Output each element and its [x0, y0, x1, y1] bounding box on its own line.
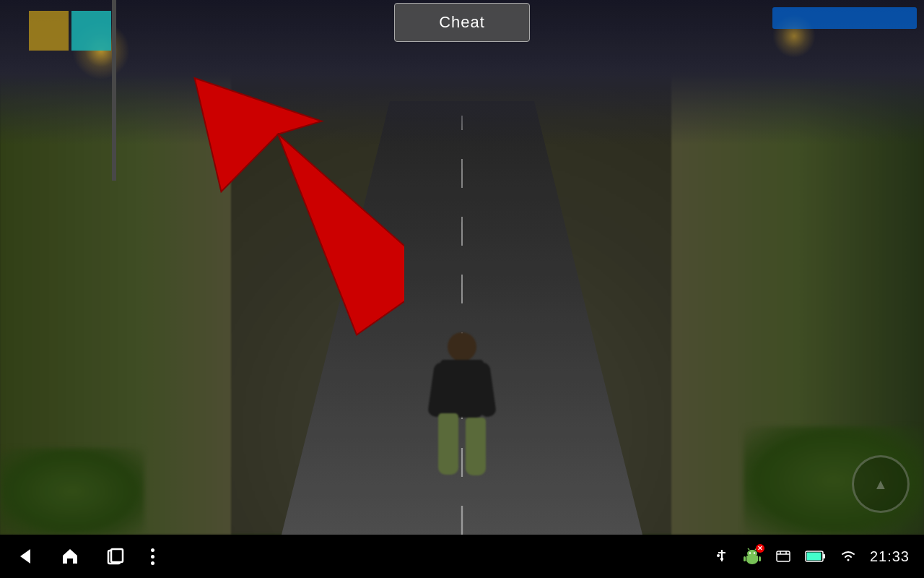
svg-line-13: [748, 548, 749, 550]
cheat-button-label: Cheat: [439, 13, 485, 32]
hud-dpad[interactable]: ▲: [852, 455, 910, 513]
recents-button[interactable]: [105, 546, 126, 566]
nav-left-group: [14, 546, 154, 566]
svg-rect-16: [759, 556, 761, 561]
dot-2: [151, 555, 154, 558]
svg-marker-1: [20, 549, 30, 564]
android-error-badge: ✕: [756, 544, 764, 553]
more-menu-button[interactable]: [151, 548, 154, 565]
svg-point-12: [754, 552, 755, 553]
player-character: [430, 332, 494, 477]
status-bar-right: ✕ 21:33: [714, 547, 910, 566]
red-arrow-annotation: [159, 43, 404, 368]
store-icon: [775, 548, 792, 565]
svg-marker-0: [159, 43, 404, 351]
game-screen: Cheat ▲: [0, 0, 924, 535]
home-button[interactable]: [60, 546, 80, 566]
character-right-leg: [466, 418, 486, 475]
svg-point-6: [717, 554, 720, 557]
svg-rect-3: [111, 549, 123, 562]
dot-3: [151, 561, 154, 565]
dpad-icon: ▲: [873, 476, 888, 493]
dot-1: [151, 548, 154, 552]
svg-rect-7: [720, 558, 723, 560]
svg-rect-23: [823, 554, 825, 558]
status-time: 21:33: [870, 548, 910, 565]
android-nav-bar: ✕ 21:33: [0, 535, 924, 578]
usb-icon: [714, 548, 730, 564]
svg-rect-15: [744, 556, 746, 561]
back-button[interactable]: [14, 546, 35, 566]
svg-point-10: [747, 550, 757, 557]
cheat-button[interactable]: Cheat: [394, 3, 530, 42]
wifi-icon: [840, 550, 857, 563]
battery-icon: [805, 549, 827, 564]
dpad-circle[interactable]: ▲: [852, 455, 910, 513]
svg-rect-22: [806, 553, 821, 561]
android-icon: ✕: [743, 547, 762, 566]
character-left-leg: [438, 413, 458, 475]
svg-rect-17: [777, 551, 790, 561]
character-head: [448, 332, 476, 361]
svg-point-11: [749, 552, 751, 553]
